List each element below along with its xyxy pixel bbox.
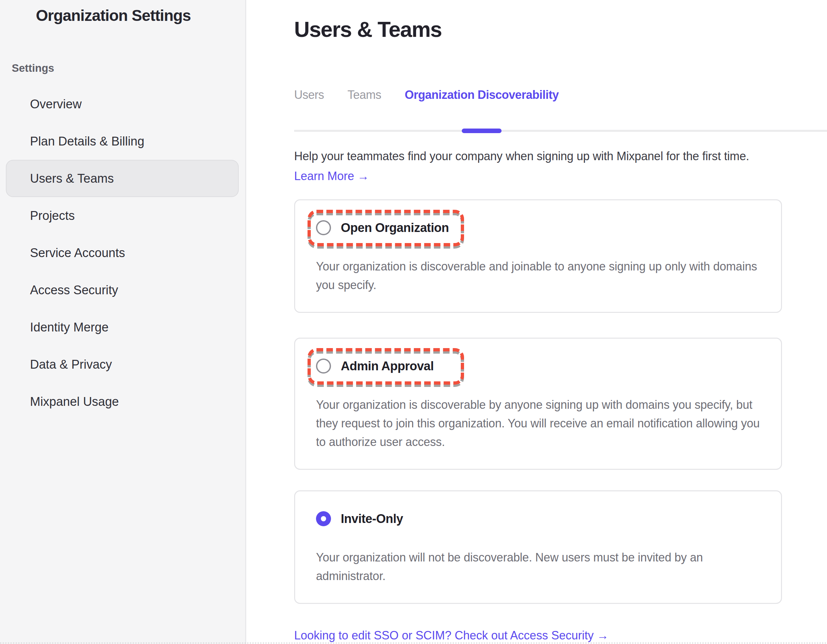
option-title[interactable]: Open Organization [341,221,449,235]
learn-more-link[interactable]: Learn More → [294,169,369,183]
radio-selected-icon[interactable] [316,511,331,526]
discoverability-options: Open Organization Your organization is d… [294,199,827,604]
option-title[interactable]: Invite-Only [341,512,403,526]
radio-option-open-organization[interactable]: Open Organization [316,219,763,236]
option-description: Your organization is discoverable by any… [316,395,763,451]
sidebar-item-users-teams[interactable]: Users & Teams [6,160,239,197]
sidebar-nav: Overview Plan Details & Billing Users & … [0,86,245,420]
option-card-open-organization: Open Organization Your organization is d… [294,199,782,313]
access-security-link[interactable]: Looking to edit SSO or SCIM? Check out A… [294,628,609,643]
page-title: Users & Teams [294,0,827,42]
organization-settings-page: Organization Settings Settings Overview … [0,0,827,644]
tab-bar: Users Teams Organization Discoverability [294,88,827,132]
sidebar-item-access-security[interactable]: Access Security [6,272,239,309]
tab-teams[interactable]: Teams [348,88,382,130]
radio-unselected-icon[interactable] [316,220,331,235]
radio-unselected-icon[interactable] [316,358,331,374]
sidebar-section-label: Settings [12,62,54,74]
sidebar-item-service-accounts[interactable]: Service Accounts [6,234,239,272]
option-title[interactable]: Admin Approval [341,359,434,373]
option-card-invite-only: Invite-Only Your organization will not b… [294,490,782,604]
option-card-admin-approval: Admin Approval Your organization is disc… [294,338,782,470]
radio-option-admin-approval[interactable]: Admin Approval [316,358,763,375]
option-description: Your organization will not be discoverab… [316,548,763,585]
main-content: Users & Teams Users Teams Organization D… [294,0,827,643]
sidebar-item-identity-merge[interactable]: Identity Merge [6,309,239,346]
settings-sidebar: Organization Settings Settings Overview … [0,0,246,644]
sidebar-title: Organization Settings [36,6,191,25]
sidebar-item-data-privacy[interactable]: Data & Privacy [6,346,239,383]
sidebar-item-projects[interactable]: Projects [6,197,239,234]
bottom-divider [0,642,827,644]
option-description: Your organization is discoverable and jo… [316,257,763,294]
sidebar-item-plan-details-billing[interactable]: Plan Details & Billing [6,123,239,160]
tab-users[interactable]: Users [294,88,324,130]
sidebar-item-mixpanel-usage[interactable]: Mixpanel Usage [6,383,239,420]
tab-organization-discoverability[interactable]: Organization Discoverability [405,88,559,130]
radio-option-invite-only[interactable]: Invite-Only [316,510,763,527]
intro-text: Help your teammates find your company wh… [294,149,827,163]
sidebar-item-overview[interactable]: Overview [6,86,239,123]
